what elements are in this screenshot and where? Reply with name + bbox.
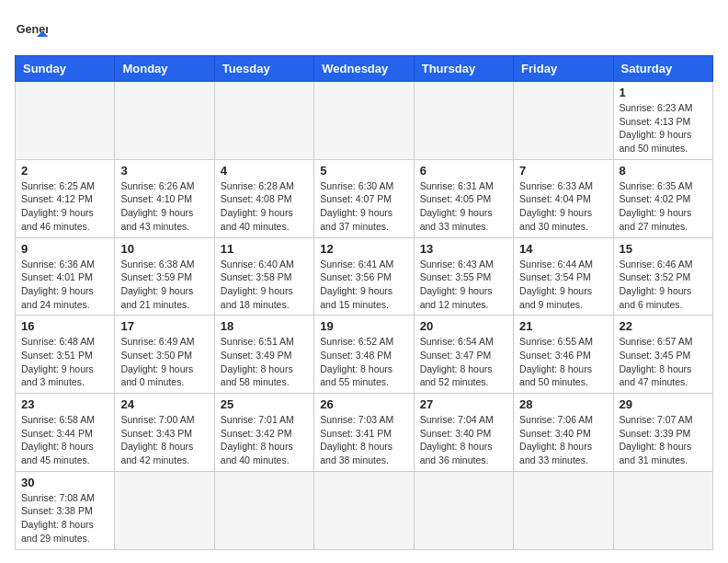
day-number: 20 [420, 319, 507, 333]
day-number: 25 [221, 397, 308, 411]
day-number: 22 [620, 319, 707, 333]
day-info: Sunrise: 6:40 AM Sunset: 3:58 PM Dayligh… [221, 258, 308, 312]
day-info: Sunrise: 7:04 AM Sunset: 3:40 PM Dayligh… [420, 413, 507, 467]
calendar-cell [514, 471, 613, 549]
calendar-cell: 2Sunrise: 6:25 AM Sunset: 4:12 PM Daylig… [16, 159, 115, 237]
day-info: Sunrise: 6:43 AM Sunset: 3:55 PM Dayligh… [420, 258, 507, 312]
day-number: 4 [221, 164, 308, 178]
calendar: SundayMondayTuesdayWednesdayThursdayFrid… [15, 55, 713, 550]
day-number: 3 [120, 164, 208, 178]
day-info: Sunrise: 6:46 AM Sunset: 3:52 PM Dayligh… [620, 258, 707, 312]
weekday-header-monday: Monday [115, 56, 214, 82]
day-number: 5 [320, 164, 407, 178]
day-number: 13 [420, 242, 507, 256]
calendar-cell: 26Sunrise: 7:03 AM Sunset: 3:41 PM Dayli… [314, 394, 414, 472]
day-info: Sunrise: 6:52 AM Sunset: 3:48 PM Dayligh… [320, 335, 407, 389]
day-number: 27 [420, 397, 507, 411]
calendar-cell: 13Sunrise: 6:43 AM Sunset: 3:55 PM Dayli… [414, 237, 513, 316]
calendar-cell: 3Sunrise: 6:26 AM Sunset: 4:10 PM Daylig… [115, 159, 214, 237]
day-number: 18 [221, 319, 308, 333]
day-number: 11 [221, 242, 308, 256]
day-number: 12 [320, 242, 407, 256]
day-number: 16 [21, 319, 108, 333]
calendar-cell: 22Sunrise: 6:57 AM Sunset: 3:45 PM Dayli… [613, 316, 712, 394]
day-info: Sunrise: 6:58 AM Sunset: 3:44 PM Dayligh… [21, 413, 108, 467]
calendar-cell: 5Sunrise: 6:30 AM Sunset: 4:07 PM Daylig… [314, 159, 414, 237]
day-info: Sunrise: 6:38 AM Sunset: 3:59 PM Dayligh… [120, 258, 208, 312]
weekday-header-saturday: Saturday [613, 56, 712, 82]
logo: General [15, 15, 53, 48]
day-number: 10 [120, 242, 208, 256]
day-number: 29 [620, 397, 707, 411]
day-info: Sunrise: 6:44 AM Sunset: 3:54 PM Dayligh… [519, 258, 607, 312]
day-number: 17 [120, 319, 208, 333]
day-number: 28 [519, 397, 607, 411]
day-number: 2 [21, 164, 108, 178]
day-info: Sunrise: 7:01 AM Sunset: 3:42 PM Dayligh… [221, 413, 308, 467]
day-info: Sunrise: 6:31 AM Sunset: 4:05 PM Dayligh… [420, 179, 507, 234]
calendar-cell: 29Sunrise: 7:07 AM Sunset: 3:39 PM Dayli… [613, 394, 712, 472]
calendar-cell: 20Sunrise: 6:54 AM Sunset: 3:47 PM Dayli… [414, 316, 513, 394]
weekday-header-wednesday: Wednesday [314, 56, 414, 82]
day-info: Sunrise: 6:33 AM Sunset: 4:04 PM Dayligh… [519, 179, 607, 234]
calendar-cell: 7Sunrise: 6:33 AM Sunset: 4:04 PM Daylig… [514, 159, 613, 237]
day-info: Sunrise: 7:08 AM Sunset: 3:38 PM Dayligh… [21, 491, 108, 546]
calendar-cell [414, 82, 513, 160]
calendar-cell: 27Sunrise: 7:04 AM Sunset: 3:40 PM Dayli… [414, 394, 513, 472]
day-info: Sunrise: 6:28 AM Sunset: 4:08 PM Dayligh… [221, 179, 308, 234]
day-number: 14 [519, 242, 607, 256]
day-number: 26 [320, 397, 407, 411]
calendar-cell [314, 82, 414, 160]
calendar-cell [16, 82, 115, 160]
calendar-cell [214, 82, 313, 160]
calendar-cell: 15Sunrise: 6:46 AM Sunset: 3:52 PM Dayli… [613, 237, 712, 316]
day-info: Sunrise: 6:35 AM Sunset: 4:02 PM Dayligh… [620, 179, 707, 234]
calendar-cell [314, 471, 414, 549]
weekday-header-friday: Friday [514, 56, 613, 82]
calendar-cell: 23Sunrise: 6:58 AM Sunset: 3:44 PM Dayli… [16, 394, 115, 472]
day-number: 7 [519, 164, 607, 178]
day-info: Sunrise: 6:57 AM Sunset: 3:45 PM Dayligh… [620, 335, 707, 389]
calendar-cell: 28Sunrise: 7:06 AM Sunset: 3:40 PM Dayli… [514, 394, 613, 472]
day-info: Sunrise: 6:54 AM Sunset: 3:47 PM Dayligh… [420, 335, 507, 389]
calendar-cell [514, 82, 613, 160]
calendar-cell [115, 82, 214, 160]
day-info: Sunrise: 6:30 AM Sunset: 4:07 PM Dayligh… [320, 179, 407, 234]
day-number: 23 [21, 397, 108, 411]
day-number: 24 [120, 397, 208, 411]
header: General [15, 15, 713, 48]
day-info: Sunrise: 6:49 AM Sunset: 3:50 PM Dayligh… [120, 335, 208, 389]
calendar-cell: 8Sunrise: 6:35 AM Sunset: 4:02 PM Daylig… [613, 159, 712, 237]
weekday-header-tuesday: Tuesday [214, 56, 313, 82]
calendar-cell: 24Sunrise: 7:00 AM Sunset: 3:43 PM Dayli… [115, 394, 214, 472]
calendar-cell: 10Sunrise: 6:38 AM Sunset: 3:59 PM Dayli… [115, 237, 214, 316]
calendar-cell [214, 471, 313, 549]
calendar-cell: 6Sunrise: 6:31 AM Sunset: 4:05 PM Daylig… [414, 159, 513, 237]
day-info: Sunrise: 6:23 AM Sunset: 4:13 PM Dayligh… [620, 101, 707, 155]
calendar-cell: 25Sunrise: 7:01 AM Sunset: 3:42 PM Dayli… [214, 394, 313, 472]
day-info: Sunrise: 6:41 AM Sunset: 3:56 PM Dayligh… [320, 258, 407, 312]
day-info: Sunrise: 7:06 AM Sunset: 3:40 PM Dayligh… [519, 413, 607, 467]
day-number: 15 [620, 242, 707, 256]
weekday-header-thursday: Thursday [414, 56, 513, 82]
day-number: 6 [420, 164, 507, 178]
calendar-cell: 18Sunrise: 6:51 AM Sunset: 3:49 PM Dayli… [214, 316, 313, 394]
calendar-cell [613, 471, 712, 549]
calendar-cell: 19Sunrise: 6:52 AM Sunset: 3:48 PM Dayli… [314, 316, 414, 394]
calendar-cell: 14Sunrise: 6:44 AM Sunset: 3:54 PM Dayli… [514, 237, 613, 316]
logo-icon: General [15, 15, 48, 48]
day-info: Sunrise: 6:55 AM Sunset: 3:46 PM Dayligh… [519, 335, 607, 389]
calendar-cell [115, 471, 214, 549]
calendar-cell: 12Sunrise: 6:41 AM Sunset: 3:56 PM Dayli… [314, 237, 414, 316]
day-number: 19 [320, 319, 407, 333]
day-info: Sunrise: 7:00 AM Sunset: 3:43 PM Dayligh… [120, 413, 208, 467]
calendar-cell: 4Sunrise: 6:28 AM Sunset: 4:08 PM Daylig… [214, 159, 313, 237]
day-info: Sunrise: 7:07 AM Sunset: 3:39 PM Dayligh… [620, 413, 707, 467]
day-number: 8 [620, 164, 707, 178]
calendar-cell: 1Sunrise: 6:23 AM Sunset: 4:13 PM Daylig… [613, 82, 712, 160]
calendar-cell: 9Sunrise: 6:36 AM Sunset: 4:01 PM Daylig… [16, 237, 115, 316]
calendar-cell: 16Sunrise: 6:48 AM Sunset: 3:51 PM Dayli… [16, 316, 115, 394]
calendar-cell: 21Sunrise: 6:55 AM Sunset: 3:46 PM Dayli… [514, 316, 613, 394]
day-info: Sunrise: 6:51 AM Sunset: 3:49 PM Dayligh… [221, 335, 308, 389]
day-info: Sunrise: 6:36 AM Sunset: 4:01 PM Dayligh… [21, 258, 108, 312]
